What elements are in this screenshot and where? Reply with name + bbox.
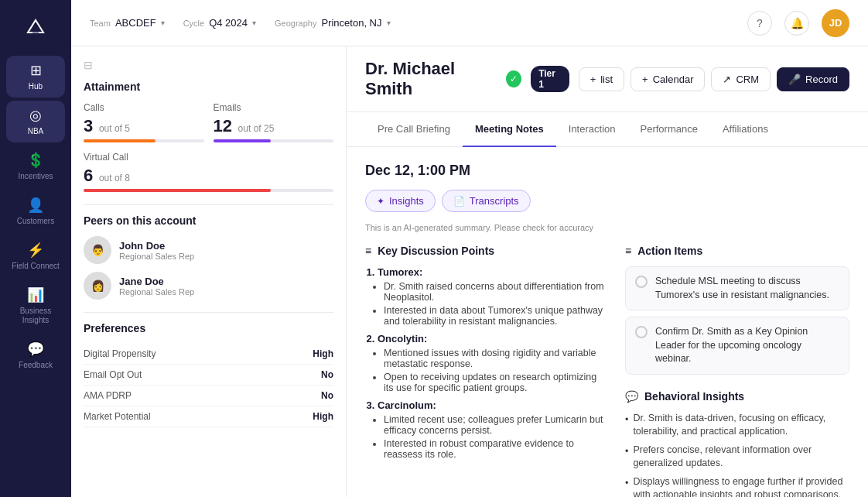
notes-content: Dec 12, 1:00 PM ✦ Insights 📄 Transcripts… bbox=[347, 147, 868, 497]
notes-date: Dec 12, 1:00 PM bbox=[365, 163, 849, 179]
peers-title: Peers on this account bbox=[84, 214, 333, 227]
bi-item-2: • Displays willingness to engage further… bbox=[625, 475, 849, 498]
action-radio-1[interactable] bbox=[635, 326, 648, 338]
pref-label-1: Email Opt Out bbox=[84, 369, 142, 380]
ai-disclaimer: This is an AI-generated summary. Please … bbox=[365, 223, 849, 232]
notes-left: ≡ Key Discussion Points Tumorex: Dr. Smi… bbox=[365, 245, 607, 497]
behavioral-insights-section: 💬 Behavioral Insights • Dr. Smith is dat… bbox=[625, 390, 849, 498]
topbar: Team ABCDEF ▾ Cycle Q4 2024 ▾ Geography … bbox=[71, 0, 868, 46]
divider-1 bbox=[84, 204, 333, 205]
peer-avatar-0: 👨 bbox=[84, 236, 111, 264]
action-item-0: Schedule MSL meeting to discuss Tumorex'… bbox=[625, 266, 849, 310]
calls-out-of: out of 5 bbox=[99, 123, 130, 134]
action-items-icon: ≡ bbox=[625, 245, 631, 257]
discussion-sub-2: Limited recent use; colleagues prefer Lu… bbox=[384, 414, 607, 460]
topbar-team[interactable]: Team ABCDEF ▾ bbox=[90, 17, 165, 29]
emails-out-of: out of 25 bbox=[238, 123, 275, 134]
preferences-section: Preferences Digital Propensity High Emai… bbox=[84, 322, 333, 427]
hub-icon: ⊞ bbox=[30, 62, 42, 79]
key-discussion-heading: ≡ Key Discussion Points bbox=[365, 245, 607, 257]
field-connect-icon: ⚡ bbox=[27, 242, 44, 259]
emails-progress-bar bbox=[214, 139, 334, 142]
bi-text-1: Prefers concise, relevant information ov… bbox=[633, 444, 849, 471]
tab-interaction[interactable]: Interaction bbox=[556, 112, 628, 147]
virtual-attainment: Virtual Call 6 out of 8 bbox=[84, 152, 333, 192]
topbar-cycle[interactable]: Cycle Q4 2024 ▾ bbox=[183, 17, 256, 29]
calendar-button[interactable]: + Calendar bbox=[630, 67, 705, 91]
content-area: ⊟ Attainment Calls 3 out of 5 bbox=[71, 46, 868, 497]
sidebar-item-business-insights[interactable]: 📊 Business Insights bbox=[6, 280, 65, 331]
main-area: Team ABCDEF ▾ Cycle Q4 2024 ▾ Geography … bbox=[71, 0, 868, 497]
peer-role-1: Regional Sales Rep bbox=[119, 287, 194, 296]
attainment-title: Attainment bbox=[84, 81, 333, 93]
peer-role-0: Regional Sales Rep bbox=[119, 252, 194, 261]
user-avatar[interactable]: JD bbox=[822, 9, 849, 37]
cycle-label: Cycle bbox=[183, 19, 205, 28]
discussion-sub-1: Mentioned issues with dosing rigidity an… bbox=[384, 348, 607, 393]
action-radio-0[interactable] bbox=[635, 276, 648, 288]
discussion-sub-item-1-1: Open to receiving updates on research op… bbox=[384, 372, 607, 393]
insights-pill-button[interactable]: ✦ Insights bbox=[365, 190, 436, 212]
virtual-value: 6 bbox=[84, 166, 93, 185]
tab-meeting-notes[interactable]: Meeting Notes bbox=[463, 112, 556, 147]
sidebar-item-field-connect[interactable]: ⚡ Field Connect bbox=[6, 235, 65, 277]
sidebar-item-nba[interactable]: ◎ NBA bbox=[6, 101, 65, 142]
emails-progress-fill bbox=[214, 139, 272, 142]
virtual-out-of: out of 8 bbox=[99, 173, 130, 183]
bi-text-0: Dr. Smith is data-driven, focusing on ef… bbox=[633, 412, 849, 439]
sidebar-item-incentives-label: Incentives bbox=[18, 172, 53, 181]
action-item-1: Confirm Dr. Smith as a Key Opinion Leade… bbox=[625, 317, 849, 375]
action-items-title: Action Items bbox=[637, 245, 702, 257]
geography-label: Geography bbox=[275, 19, 316, 28]
sidebar-item-customers[interactable]: 👤 Customers bbox=[6, 190, 65, 232]
team-label: Team bbox=[90, 19, 111, 28]
record-button[interactable]: 🎤 Record bbox=[777, 67, 849, 91]
pill-buttons: ✦ Insights 📄 Transcripts bbox=[365, 190, 849, 212]
discussion-sub-item-2-0: Limited recent use; colleagues prefer Lu… bbox=[384, 414, 607, 436]
discussion-topic-0: Tumorex: bbox=[378, 266, 422, 278]
behavioral-insights-title: Behavioral Insights bbox=[644, 390, 744, 403]
discussion-sub-item-2-1: Interested in robust comparative evidenc… bbox=[384, 438, 607, 460]
calendar-icon: + bbox=[642, 74, 648, 85]
pref-label-3: Market Potential bbox=[84, 411, 151, 422]
sidebar-logo bbox=[20, 12, 51, 43]
pref-label-2: AMA PDRP bbox=[84, 390, 132, 401]
list-icon-heading: ≡ bbox=[365, 245, 371, 257]
incentives-icon: 💲 bbox=[27, 152, 44, 169]
sidebar-item-nba-label: NBA bbox=[28, 127, 44, 136]
sidebar-item-field-connect-label: Field Connect bbox=[12, 262, 60, 271]
bi-dot-2: • bbox=[625, 477, 628, 491]
sidebar-item-feedback[interactable]: 💬 Feedback bbox=[6, 334, 65, 376]
list-button[interactable]: + list bbox=[579, 67, 624, 91]
record-label: Record bbox=[805, 74, 838, 85]
virtual-label: Virtual Call bbox=[84, 152, 333, 163]
peer-item-0: 👨 John Doe Regional Sales Rep bbox=[84, 236, 333, 264]
pref-row-3: Market Potential High bbox=[84, 406, 333, 427]
notifications-icon-button[interactable]: 🔔 bbox=[784, 11, 809, 36]
tab-performance[interactable]: Performance bbox=[627, 112, 709, 147]
nba-icon: ◎ bbox=[29, 107, 42, 124]
discussion-topic-2: Carcinolum: bbox=[378, 399, 436, 411]
tab-affiliations[interactable]: Affiliations bbox=[710, 112, 781, 147]
help-icon-button[interactable]: ? bbox=[747, 11, 772, 36]
doctor-actions: + list + Calendar ↗ CRM 🎤 Record bbox=[579, 67, 849, 91]
team-chevron-icon: ▾ bbox=[161, 19, 165, 27]
crm-button[interactable]: ↗ CRM bbox=[711, 67, 771, 91]
topbar-right: ? 🔔 JD bbox=[747, 9, 849, 37]
discussion-sub-item-1-0: Mentioned issues with dosing rigidity an… bbox=[384, 348, 607, 369]
bi-dot-0: • bbox=[625, 413, 628, 427]
business-insights-icon: 📊 bbox=[27, 286, 44, 303]
sidebar-item-incentives[interactable]: 💲 Incentives bbox=[6, 146, 65, 187]
sidebar-item-hub[interactable]: ⊞ Hub bbox=[6, 56, 65, 98]
list-label: list bbox=[600, 74, 613, 85]
tab-pre-call[interactable]: Pre Call Briefing bbox=[365, 112, 463, 147]
notes-body: ≡ Key Discussion Points Tumorex: Dr. Smi… bbox=[365, 245, 849, 497]
sidebar: ⊞ Hub ◎ NBA 💲 Incentives 👤 Customers ⚡ F… bbox=[0, 0, 71, 497]
topbar-geography[interactable]: Geography Princeton, NJ ▾ bbox=[275, 17, 390, 29]
geography-value: Princeton, NJ bbox=[321, 17, 381, 29]
calls-label: Calls bbox=[84, 102, 204, 113]
bi-text-2: Displays willingness to engage further i… bbox=[633, 475, 849, 498]
crm-label: CRM bbox=[736, 74, 759, 85]
calendar-label: Calendar bbox=[653, 74, 694, 85]
transcripts-pill-button[interactable]: 📄 Transcripts bbox=[442, 190, 531, 212]
